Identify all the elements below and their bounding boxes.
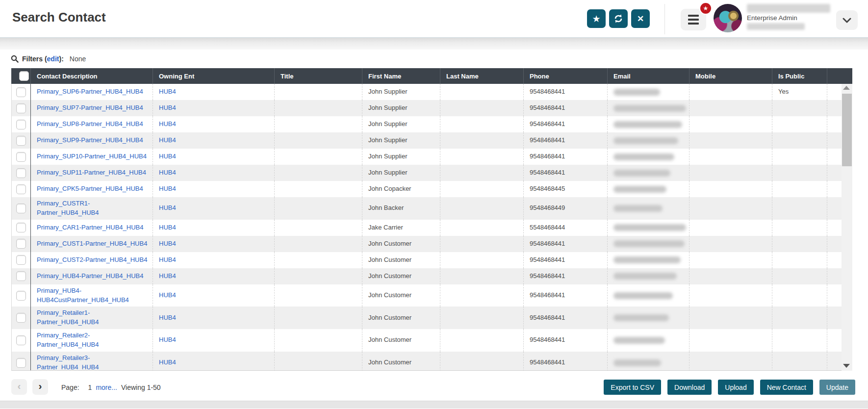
contact-description-link[interactable]: Primary_SUP10-Partner_HUB4_HUB4 [37, 152, 147, 161]
update-button[interactable]: Update [819, 380, 855, 395]
col-header-email[interactable]: Email [607, 68, 689, 84]
scrollbar-thumb[interactable] [842, 94, 852, 166]
contact-description-link[interactable]: Primary_CPK5-Partner_HUB4_HUB4 [37, 184, 143, 194]
upload-button[interactable]: Upload [718, 380, 753, 395]
owning-ent-link[interactable]: HUB4 [159, 120, 176, 129]
mobile-cell [689, 181, 772, 197]
close-button[interactable]: ✕ [631, 9, 650, 28]
row-checkbox[interactable] [16, 204, 26, 213]
email-cell [608, 181, 689, 197]
is-public-cell [772, 236, 827, 252]
row-checkbox[interactable] [16, 313, 26, 323]
spacer-cell [827, 132, 842, 149]
notification-badge: ★ [699, 2, 712, 15]
owning-ent-link[interactable]: HUB4 [159, 358, 176, 367]
owning-ent-link[interactable]: HUB4 [159, 136, 176, 145]
contact-description-link[interactable]: Primary_SUP8-Partner_HUB4_HUB4 [37, 120, 143, 129]
star-icon: ★ [592, 14, 600, 24]
contact-description-link[interactable]: Primary_SUP6-Partner_HUB4_HUB4 [37, 87, 143, 97]
user-avatar[interactable] [714, 4, 742, 32]
email-redacted [613, 121, 682, 128]
last-name-cell [440, 236, 524, 252]
contact-description-link[interactable]: Primary_CUST1-Partner_HUB4_HUB4 [37, 239, 147, 249]
col-header-is-public[interactable]: Is Public [772, 68, 827, 84]
select-all-checkbox[interactable] [19, 71, 29, 81]
col-header-phone[interactable]: Phone [523, 68, 607, 84]
download-button[interactable]: Download [667, 380, 712, 395]
owning-ent-link[interactable]: HUB4 [159, 168, 176, 178]
owning-ent-link[interactable]: HUB4 [159, 87, 176, 97]
phone-cell: 9548468441 [524, 352, 608, 371]
email-cell [608, 329, 689, 352]
export-csv-button[interactable]: Export to CSV [604, 380, 661, 395]
contact-description-link[interactable]: Primary_CUST2-Partner_HUB4_HUB4 [37, 256, 147, 265]
contact-description-link[interactable]: Primary_CAR1-Partner_HUB4_HUB4 [37, 223, 143, 232]
first-name-cell: John Supplier [362, 165, 440, 181]
phone-cell: 9548468449 [524, 197, 608, 220]
row-checkbox[interactable] [16, 152, 26, 162]
col-header-first-name[interactable]: First Name [362, 68, 440, 84]
owning-ent-link[interactable]: HUB4 [159, 335, 176, 345]
user-menu-button[interactable] [836, 10, 858, 30]
row-checkbox[interactable] [16, 271, 26, 281]
col-header-title[interactable]: Title [274, 68, 362, 84]
phone-cell: 9548468441 [524, 329, 608, 352]
row-checkbox[interactable] [16, 239, 26, 249]
owning-ent-link[interactable]: HUB4 [159, 239, 176, 249]
contact-description-link[interactable]: Primary_HUB4-HUB4CustPartner_HUB4_HUB4 [37, 286, 150, 305]
row-checkbox[interactable] [16, 223, 26, 232]
row-checkbox[interactable] [16, 184, 26, 194]
owning-ent-link[interactable]: HUB4 [159, 223, 176, 232]
scroll-down-arrow-icon[interactable] [843, 364, 850, 368]
page-number[interactable]: 1 [88, 383, 92, 391]
title-cell [275, 236, 362, 252]
owning-ent-link[interactable]: HUB4 [159, 152, 176, 161]
contact-description-link[interactable]: Primary_SUP9-Partner_HUB4_HUB4 [37, 136, 143, 145]
owning-ent-link[interactable]: HUB4 [159, 184, 176, 194]
vertical-scrollbar[interactable] [842, 84, 852, 371]
col-header-owning-ent[interactable]: Owning Ent [153, 68, 274, 84]
row-checkbox[interactable] [16, 255, 26, 265]
contact-description-link[interactable]: Primary_SUP7-Partner_HUB4_HUB4 [37, 103, 143, 113]
row-checkbox[interactable] [16, 168, 26, 178]
new-contact-button[interactable]: New Contact [760, 380, 813, 395]
title-cell [275, 197, 362, 220]
owning-ent-link[interactable]: HUB4 [159, 291, 176, 300]
spacer-cell [827, 268, 842, 284]
owning-ent-link[interactable]: HUB4 [159, 272, 176, 281]
row-checkbox[interactable] [16, 120, 26, 129]
owning-ent-link[interactable]: HUB4 [159, 103, 176, 113]
owning-ent-link[interactable]: HUB4 [159, 256, 176, 265]
row-checkbox[interactable] [16, 291, 26, 301]
col-header-contact-description[interactable]: Contact Description [30, 68, 153, 84]
email-cell [608, 84, 689, 100]
scroll-up-arrow-icon[interactable] [843, 86, 850, 90]
col-header-last-name[interactable]: Last Name [440, 68, 523, 84]
contact-description-link[interactable]: Primary_SUP11-Partner_HUB4_HUB4 [37, 168, 146, 178]
contact-description-link[interactable]: Primary_Retailer3-Partner_HUB4_HUB4 [37, 354, 150, 371]
contact-description-link[interactable]: Primary_Retailer1-Partner_HUB4_HUB4 [37, 308, 150, 327]
row-checkbox[interactable] [16, 335, 26, 345]
mobile-cell [689, 165, 772, 181]
owning-ent-link[interactable]: HUB4 [159, 313, 176, 323]
next-page-button[interactable]: › [32, 379, 48, 395]
previous-page-button[interactable]: ‹ [11, 379, 27, 395]
email-cell [608, 149, 689, 165]
row-checkbox[interactable] [16, 87, 26, 97]
row-checkbox[interactable] [16, 103, 26, 113]
user-info: Enterprise Admin [747, 4, 834, 30]
contact-description-link[interactable]: Primary_HUB4-Partner_HUB4_HUB4 [37, 272, 143, 281]
row-checkbox[interactable] [16, 358, 26, 368]
contact-description-link[interactable]: Primary_Retailer2-Partner_HUB4_HUB4 [37, 331, 150, 350]
contact-description-link[interactable]: Primary_CUSTR1-Partner_HUB4_HUB4 [37, 199, 150, 218]
table-row: Primary_CAR1-Partner_HUB4_HUB4 HUB4 Jake… [12, 220, 852, 236]
more-pages-link[interactable]: more... [96, 383, 117, 391]
favorite-button[interactable]: ★ [587, 9, 606, 28]
filters-edit-link[interactable]: edit [47, 55, 59, 63]
owning-ent-link[interactable]: HUB4 [159, 204, 176, 213]
page-background-band [0, 38, 868, 50]
refresh-button[interactable] [609, 9, 628, 28]
row-checkbox[interactable] [16, 136, 26, 146]
col-header-mobile[interactable]: Mobile [689, 68, 772, 84]
refresh-icon [613, 14, 623, 24]
